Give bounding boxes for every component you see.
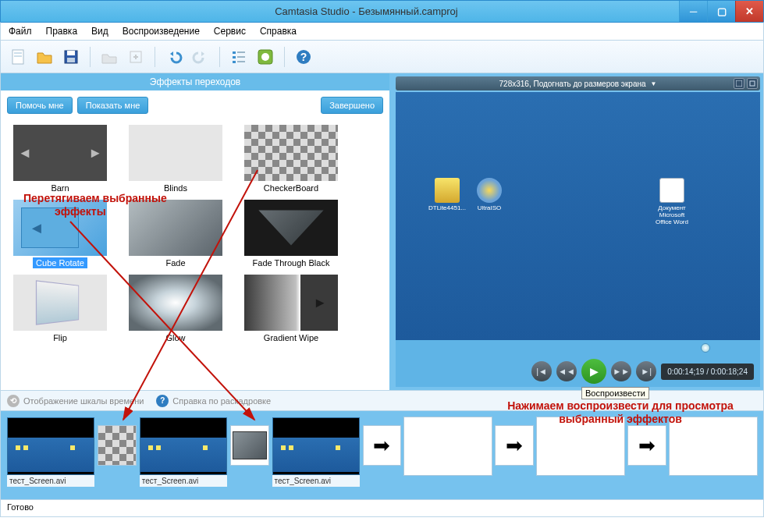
clip-thumbnail[interactable] [7, 417, 94, 475]
effect-label: Fade Through Black [250, 257, 333, 268]
help-me-button[interactable]: Помочь мне [7, 97, 73, 114]
svg-rect-11 [233, 61, 236, 63]
menu-bar: Файл Правка Вид Воспроизведение Сервис С… [0, 22, 764, 41]
maximize-button[interactable]: ▢ [707, 1, 735, 22]
svg-rect-7 [233, 51, 236, 54]
play-button[interactable]: ▶ [581, 359, 606, 384]
effect-label: Flip [50, 332, 70, 343]
timecode-display: 0:00:14;19 / 0:00:18;24 [661, 364, 754, 380]
transitions-panel: Эффекты переходов Помочь мне Показать мн… [1, 73, 389, 390]
play-tooltip: Воспроизвести [581, 387, 649, 399]
panel-header: Эффекты переходов [1, 73, 389, 90]
clip-placeholder[interactable] [404, 417, 492, 475]
preview-size-label: 728x316, Подогнать до размеров экрана [499, 80, 646, 88]
finished-button[interactable]: Завершено [321, 97, 383, 114]
undo-button[interactable] [163, 46, 185, 68]
status-bar: Готово [0, 500, 764, 517]
svg-text:?: ? [300, 51, 307, 63]
clip-placeholder[interactable] [670, 417, 757, 475]
effect-glow[interactable]: Glow [129, 275, 222, 343]
storyboard: тест_Screen.avi тест_Screen.avi тест_Scr… [0, 411, 764, 500]
effect-barn[interactable]: ◄► Barn [13, 125, 107, 193]
clip-placeholder[interactable] [537, 417, 624, 475]
svg-rect-1 [14, 52, 22, 54]
preview-seek-bar[interactable] [396, 340, 760, 356]
forward-button[interactable]: ►► [611, 361, 631, 381]
svg-point-14 [261, 53, 269, 61]
next-clip-button[interactable]: ►| [636, 361, 656, 381]
storyboard-help-option[interactable]: ?Справка по раскадровке [156, 395, 271, 407]
menu-file[interactable]: Файл [9, 26, 32, 37]
main-area: Эффекты переходов Помочь мне Показать мн… [0, 73, 764, 391]
tasks-button[interactable] [228, 46, 250, 68]
transition-slot[interactable] [230, 425, 269, 466]
clip-label: тест_Screen.avi [272, 475, 360, 487]
effect-label: Cube Rotate [33, 257, 87, 268]
svg-rect-4 [67, 51, 75, 55]
clip-label: тест_Screen.avi [7, 475, 94, 487]
minimize-button[interactable]: ─ [679, 1, 707, 22]
import-button[interactable] [98, 46, 120, 68]
preview-size-dropdown[interactable]: 728x316, Подогнать до размеров экрана ▼ [396, 76, 760, 90]
effect-label: Glow [162, 332, 188, 343]
effect-label: Gradient Wipe [261, 332, 322, 343]
menu-view[interactable]: Вид [91, 26, 108, 37]
window-title: Camtasia Studio - Безымянный.camproj [54, 5, 679, 17]
svg-rect-2 [14, 55, 22, 57]
effect-blinds[interactable]: Blinds [129, 125, 222, 193]
menu-edit[interactable]: Правка [46, 26, 78, 37]
svg-rect-12 [237, 61, 245, 62]
effect-label: CheckerBoard [261, 183, 322, 193]
redo-button[interactable] [190, 46, 211, 68]
toolbar: ? [0, 41, 764, 73]
transition-slot-empty[interactable]: ➡ [627, 425, 666, 466]
effect-flip[interactable]: Flip [13, 275, 107, 343]
effect-label: Fade [162, 257, 188, 268]
transition-slot[interactable] [98, 425, 137, 466]
clip-thumbnail[interactable] [140, 417, 227, 475]
svg-rect-8 [237, 51, 245, 53]
svg-rect-10 [237, 56, 245, 58]
fullscreen-icon[interactable] [747, 78, 758, 89]
show-me-button[interactable]: Показать мне [77, 97, 149, 114]
titlebar: Camtasia Studio - Безымянный.camproj ─ ▢… [0, 0, 764, 22]
seek-handle[interactable] [701, 343, 710, 353]
effect-label: Barn [48, 183, 72, 193]
effect-fade[interactable]: Fade [129, 200, 222, 268]
menu-playback[interactable]: Воспроизведение [123, 26, 200, 37]
effect-label: Blinds [161, 183, 190, 193]
effect-checkerboard[interactable]: CheckerBoard [244, 125, 338, 193]
prev-clip-button[interactable]: |◄ [531, 361, 552, 381]
menu-service[interactable]: Сервис [214, 26, 246, 37]
export-button[interactable] [125, 46, 147, 68]
option-label: Справка по раскадровке [172, 396, 271, 406]
desktop-icon-label: UltraISO [478, 204, 502, 211]
new-project-button[interactable] [7, 46, 29, 68]
menu-help[interactable]: Справка [260, 26, 297, 37]
effect-fade-through-black[interactable]: Fade Through Black [244, 200, 338, 268]
preview-viewport: DTLite4451... UltraISO Документ Microsof… [396, 92, 760, 340]
open-button[interactable] [34, 46, 55, 68]
svg-rect-17 [736, 80, 742, 87]
clip-label: тест_Screen.avi [140, 475, 227, 487]
save-button[interactable] [60, 46, 82, 68]
detach-preview-icon[interactable] [734, 78, 744, 89]
produce-button[interactable] [254, 46, 276, 68]
close-button[interactable]: ✕ [735, 1, 763, 22]
timeline-options-bar: ⟲Отображение шкалы времени ?Справка по р… [0, 391, 764, 411]
effect-gradient-wipe[interactable]: ► Gradient Wipe [244, 275, 338, 343]
preview-panel: 728x316, Подогнать до размеров экрана ▼ … [389, 73, 763, 390]
effect-cube-rotate[interactable]: ◄ Cube Rotate [13, 200, 107, 268]
svg-rect-5 [67, 58, 75, 62]
svg-rect-18 [750, 81, 755, 86]
desktop-icon-label: DTLite4451... [428, 204, 466, 211]
svg-rect-9 [233, 56, 236, 59]
show-timeline-option[interactable]: ⟲Отображение шкалы времени [7, 395, 144, 407]
clip-thumbnail[interactable] [272, 417, 360, 475]
transition-slot-empty[interactable]: ➡ [495, 425, 534, 466]
help-button[interactable]: ? [293, 46, 314, 68]
rewind-button[interactable]: ◄◄ [556, 361, 577, 381]
transition-slot-empty[interactable]: ➡ [363, 425, 402, 466]
option-label: Отображение шкалы времени [23, 396, 144, 406]
desktop-icon-label: Документ Microsoft Office Word [656, 204, 688, 225]
